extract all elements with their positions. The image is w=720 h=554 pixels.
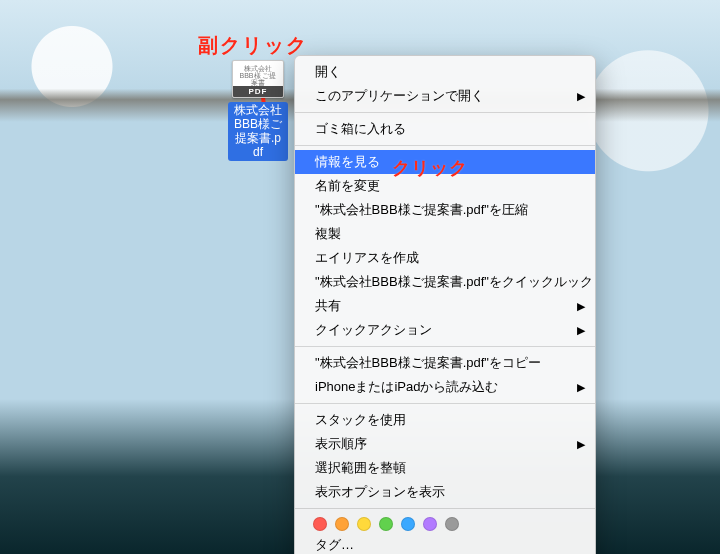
- menu-label: 選択範囲を整頓: [315, 460, 406, 475]
- menu-open-with[interactable]: このアプリケーションで開く ▶: [295, 84, 595, 108]
- menu-duplicate[interactable]: 複製: [295, 222, 595, 246]
- tag-dot-gray[interactable]: [445, 517, 459, 531]
- menu-share[interactable]: 共有 ▶: [295, 294, 595, 318]
- menu-use-stacks[interactable]: スタックを使用: [295, 408, 595, 432]
- menu-label: クイックアクション: [315, 322, 432, 337]
- menu-import-device[interactable]: iPhoneまたはiPadから読み込む ▶: [295, 375, 595, 399]
- tag-dot-green[interactable]: [379, 517, 393, 531]
- menu-label: このアプリケーションで開く: [315, 88, 484, 103]
- menu-label: 情報を見る: [315, 154, 380, 169]
- menu-label: タグ…: [315, 537, 354, 552]
- menu-view-options[interactable]: 表示オプションを表示: [295, 480, 595, 504]
- pdf-badge: PDF: [233, 86, 283, 97]
- annotation-click: クリック: [392, 156, 468, 180]
- menu-separator: [295, 403, 595, 404]
- file-thumbnail: 株式会社BBB様 ご提案書 PDF: [232, 60, 284, 98]
- desktop-background: 副クリック 株式会社BBB様 ご提案書 PDF 株式会社BBB様ご提案書.pdf…: [0, 0, 720, 554]
- tag-dot-red[interactable]: [313, 517, 327, 531]
- thumbnail-text: 株式会社BBB様 ご提案書: [240, 65, 277, 86]
- submenu-indicator-icon: ▶: [577, 300, 585, 313]
- menu-label: 開く: [315, 64, 341, 79]
- menu-label: 名前を変更: [315, 178, 380, 193]
- submenu-indicator-icon: ▶: [577, 381, 585, 394]
- menu-label: 表示オプションを表示: [315, 484, 445, 499]
- menu-copy[interactable]: "株式会社BBB様ご提案書.pdf"をコピー: [295, 351, 595, 375]
- menu-tags[interactable]: タグ…: [295, 533, 595, 554]
- menu-label: 複製: [315, 226, 341, 241]
- menu-label: ゴミ箱に入れる: [315, 121, 406, 136]
- desktop-file-pdf[interactable]: 株式会社BBB様 ご提案書 PDF 株式会社BBB様ご提案書.pdf: [228, 60, 288, 161]
- menu-trash[interactable]: ゴミ箱に入れる: [295, 117, 595, 141]
- tag-dot-yellow[interactable]: [357, 517, 371, 531]
- menu-label: "株式会社BBB様ご提案書.pdf"をコピー: [315, 355, 541, 370]
- menu-separator: [295, 346, 595, 347]
- menu-quick-actions[interactable]: クイックアクション ▶: [295, 318, 595, 342]
- submenu-indicator-icon: ▶: [577, 438, 585, 451]
- menu-label: スタックを使用: [315, 412, 406, 427]
- menu-sort-by[interactable]: 表示順序 ▶: [295, 432, 595, 456]
- submenu-indicator-icon: ▶: [577, 90, 585, 103]
- menu-label: 表示順序: [315, 436, 367, 451]
- submenu-indicator-icon: ▶: [577, 324, 585, 337]
- menu-clean-up[interactable]: 選択範囲を整頓: [295, 456, 595, 480]
- menu-open[interactable]: 開く: [295, 60, 595, 84]
- tag-dot-orange[interactable]: [335, 517, 349, 531]
- tag-dot-purple[interactable]: [423, 517, 437, 531]
- annotation-secondary-click: 副クリック: [198, 32, 308, 59]
- menu-label: "株式会社BBB様ご提案書.pdf"をクイックルック: [315, 274, 593, 289]
- file-name-label: 株式会社BBB様ご提案書.pdf: [228, 102, 288, 161]
- menu-separator: [295, 112, 595, 113]
- menu-make-alias[interactable]: エイリアスを作成: [295, 246, 595, 270]
- menu-label: エイリアスを作成: [315, 250, 419, 265]
- menu-label: "株式会社BBB様ご提案書.pdf"を圧縮: [315, 202, 528, 217]
- tag-color-row: [295, 513, 595, 533]
- menu-quick-look[interactable]: "株式会社BBB様ご提案書.pdf"をクイックルック: [295, 270, 595, 294]
- tag-dot-blue[interactable]: [401, 517, 415, 531]
- context-menu: 開く このアプリケーションで開く ▶ ゴミ箱に入れる 情報を見る 名前を変更 "…: [294, 55, 596, 554]
- menu-separator: [295, 508, 595, 509]
- menu-label: 共有: [315, 298, 341, 313]
- menu-label: iPhoneまたはiPadから読み込む: [315, 379, 499, 394]
- menu-compress[interactable]: "株式会社BBB様ご提案書.pdf"を圧縮: [295, 198, 595, 222]
- menu-separator: [295, 145, 595, 146]
